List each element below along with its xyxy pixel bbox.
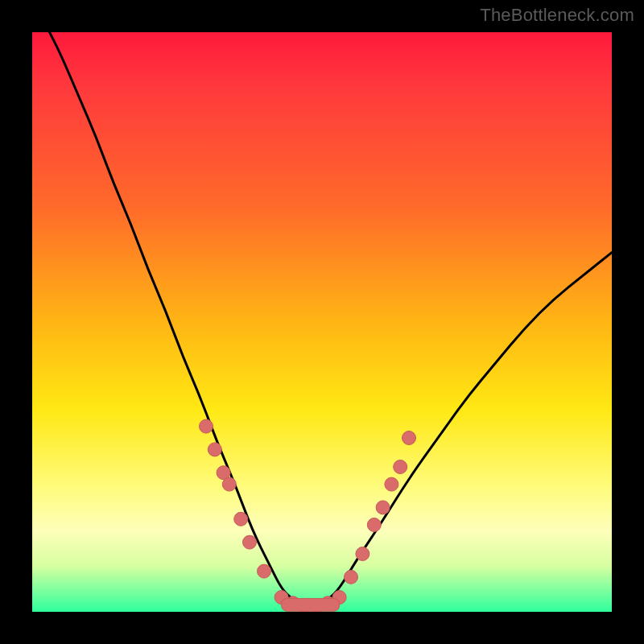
curve-marker xyxy=(234,512,248,526)
curve-svg xyxy=(32,32,612,612)
chart-frame: TheBottleneck.com xyxy=(0,0,644,644)
curve-marker xyxy=(402,431,416,445)
plot-area xyxy=(32,32,612,612)
curve-marker xyxy=(394,460,407,474)
trough-bar xyxy=(282,598,340,611)
curve-marker xyxy=(208,443,221,456)
curve-marker xyxy=(367,518,381,532)
curve-marker xyxy=(356,547,369,561)
curve-marker xyxy=(345,570,358,584)
curve-marker xyxy=(200,419,213,433)
curve-marker xyxy=(258,564,271,578)
curve-marker xyxy=(243,535,257,549)
curve-marker xyxy=(376,501,390,514)
attribution-text: TheBottleneck.com xyxy=(480,5,634,26)
curve-marker xyxy=(222,477,236,491)
curve-markers xyxy=(200,419,416,612)
bottleneck-curve xyxy=(50,32,612,606)
curve-marker xyxy=(385,477,398,491)
